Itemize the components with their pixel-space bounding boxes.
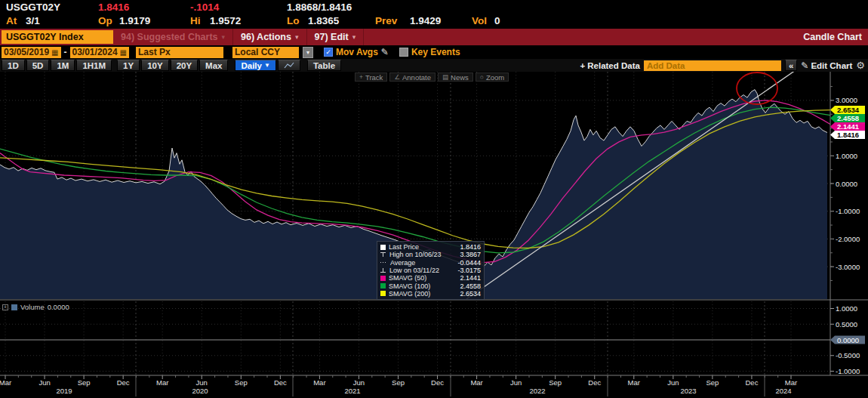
legend-value: -0.0444 bbox=[457, 259, 481, 267]
legend-row: SMAVG (100)2.4558 bbox=[380, 282, 481, 289]
period-button-1d[interactable]: 1D bbox=[2, 60, 25, 71]
legend-value: 1.8416 bbox=[460, 243, 481, 251]
price-field-value: Last Px bbox=[138, 47, 171, 57]
at-value: 3/1 bbox=[26, 15, 40, 26]
menu-suggested-charts-label: 94) Suggested Charts bbox=[121, 32, 218, 42]
x-axis-year-label: 2024 bbox=[775, 387, 791, 395]
badge-value: 0.0000 bbox=[837, 336, 859, 344]
related-data-button[interactable]: + Related Data bbox=[580, 61, 640, 70]
vol-value: 0 bbox=[494, 15, 500, 26]
menu-actions[interactable]: 96) Actions ▾ bbox=[233, 29, 306, 45]
menu-suggested-charts[interactable]: 94) Suggested Charts ▾ bbox=[113, 29, 233, 45]
add-data-input[interactable]: Add Data bbox=[644, 60, 781, 71]
chart-tool-track[interactable]: +Track bbox=[355, 73, 387, 82]
chart-tool-zoom[interactable]: ○Zoom bbox=[476, 73, 509, 82]
high-label: Hi bbox=[190, 15, 201, 26]
period-button-20y[interactable]: 20Y bbox=[171, 60, 198, 71]
x-axis-year-label: 2019 bbox=[56, 387, 72, 395]
x-axis-month-label: Mar bbox=[0, 378, 11, 387]
legend-label: SMAVG (200) bbox=[389, 290, 430, 298]
chart-toolbar-row: 1D5D1M1H1M1Y10Y20YMax Daily ▼ Table + Re… bbox=[0, 59, 868, 72]
legend-row: Low on 03/11/22-3.0175 bbox=[380, 267, 481, 274]
chart-legend-tooltip[interactable]: Last Price1.8416High on 10/06/233.3867Av… bbox=[377, 241, 485, 300]
currency-select[interactable]: Local CCY bbox=[232, 47, 299, 58]
badge-value: 2.1441 bbox=[837, 122, 860, 131]
x-axis-year-label: 2021 bbox=[344, 387, 360, 395]
x-axis-month-label: Dec bbox=[745, 378, 758, 387]
legend-value: -3.0175 bbox=[457, 267, 481, 274]
quote-header: USGGT02Y 1.8416 -.1014 1.8868/1.8416 At … bbox=[0, 0, 868, 29]
bid-ask: 1.8868/1.8416 bbox=[287, 2, 352, 13]
calendar-icon[interactable]: ▦ bbox=[120, 48, 127, 57]
x-axis-month-label: Dec bbox=[588, 378, 601, 387]
gear-icon[interactable]: ⚙ bbox=[856, 60, 865, 71]
high-marker-icon bbox=[380, 251, 386, 258]
currency-dropdown-button[interactable]: ▾ bbox=[303, 47, 313, 58]
frequency-select[interactable]: Daily ▼ bbox=[235, 60, 275, 71]
period-button-10y[interactable]: 10Y bbox=[141, 60, 168, 71]
low-value: 1.8365 bbox=[308, 15, 339, 26]
y-axis-label: 0.0000 bbox=[836, 180, 857, 188]
last-price: 1.8416 bbox=[98, 2, 129, 13]
axis-price-badge: 1.8416 bbox=[830, 131, 865, 139]
x-axis-month-label: Jun bbox=[667, 378, 679, 387]
price-field-input[interactable]: Last Px bbox=[136, 47, 223, 58]
bloomberg-terminal-window: USGGT02Y 1.8416 -.1014 1.8868/1.8416 At … bbox=[0, 0, 868, 398]
line-chart-icon bbox=[284, 62, 294, 69]
x-axis-year-label: 2022 bbox=[529, 387, 545, 395]
chart-type-title: Candle Chart bbox=[803, 32, 862, 42]
chart-tool-annotate[interactable]: ∠Annotate bbox=[389, 73, 436, 82]
pencil-icon[interactable]: ✎ bbox=[381, 47, 389, 57]
legend-value: 2.4558 bbox=[460, 282, 481, 290]
x-axis-month-label: Mar bbox=[785, 378, 797, 387]
menu-edit[interactable]: 97) Edit ▾ bbox=[307, 29, 365, 45]
period-button-1h1m[interactable]: 1H1M bbox=[76, 60, 112, 71]
chart-tool-news[interactable]: ▤News bbox=[438, 73, 473, 82]
collapse-panel-icon[interactable]: + bbox=[2, 304, 8, 310]
period-button-5d[interactable]: 5D bbox=[26, 60, 50, 71]
x-axis-year-label: 2020 bbox=[192, 387, 208, 395]
mov-avgs-label: Mov Avgs bbox=[336, 47, 378, 57]
key-events-checkbox[interactable] bbox=[399, 48, 408, 57]
axis-price-badge: 2.1441 bbox=[830, 122, 865, 131]
axis-price-badge: 2.4558 bbox=[830, 114, 865, 122]
x-axis-month-label: Jun bbox=[353, 378, 365, 387]
chart-float-toolbar: +Track∠Annotate▤News○Zoom bbox=[355, 73, 509, 82]
calendar-icon[interactable]: ▦ bbox=[51, 48, 58, 57]
table-button[interactable]: Table bbox=[307, 60, 341, 71]
collapse-panel-button[interactable]: « bbox=[785, 60, 797, 71]
line-chart-icon-button[interactable] bbox=[278, 60, 300, 71]
period-button-1m[interactable]: 1M bbox=[51, 60, 75, 71]
period-button-1y[interactable]: 1Y bbox=[117, 60, 140, 71]
plus-icon: + bbox=[580, 61, 586, 70]
x-axis-month-label: Sep bbox=[78, 378, 91, 387]
badge-value: 1.8416 bbox=[837, 131, 859, 139]
volume-axis-label: -0.5000 bbox=[836, 351, 860, 359]
period-buttons: 1D5D1M1H1M1Y10Y20YMax bbox=[2, 60, 228, 71]
price-chart[interactable]: 3.00001.00000.0000-1.0000-2.0000-3.00001… bbox=[0, 72, 868, 398]
chevron-down-icon: ▾ bbox=[352, 33, 356, 41]
security-field[interactable]: USGGT02Y Index bbox=[2, 30, 113, 44]
chart-tool-label: News bbox=[451, 73, 469, 82]
y-axis-label: -2.0000 bbox=[836, 235, 860, 243]
x-axis-month-label: Sep bbox=[392, 378, 405, 387]
related-data-label: Related Data bbox=[587, 61, 640, 70]
volume-axis-badge: 0.0000 bbox=[830, 336, 865, 344]
axis-price-badge: 2.6534 bbox=[830, 106, 865, 114]
edit-chart-button[interactable]: ✎ Edit Chart bbox=[801, 60, 852, 71]
chart-region: 3.00001.00000.0000-1.0000-2.0000-3.00001… bbox=[0, 72, 868, 398]
mov-avgs-checkbox[interactable]: ✓ bbox=[324, 48, 333, 57]
chevron-down-icon: ▼ bbox=[264, 62, 270, 69]
date-from-input[interactable]: 03/05/2019 ▦ bbox=[2, 47, 61, 58]
menu-bar: USGGT02Y Index 94) Suggested Charts ▾ 96… bbox=[0, 29, 868, 45]
period-button-max[interactable]: Max bbox=[199, 60, 228, 71]
low-marker-icon bbox=[380, 267, 386, 273]
legend-row: SMAVG (50)2.1441 bbox=[380, 274, 481, 282]
date-to-input[interactable]: 03/01/2024 ▦ bbox=[70, 47, 130, 58]
legend-row: Last Price1.8416 bbox=[380, 243, 481, 251]
x-axis-month-label: Sep bbox=[706, 378, 719, 387]
x-axis-month-label: Dec bbox=[431, 378, 444, 387]
volume-value: 0.0000 bbox=[48, 303, 69, 311]
volume-axis-label: -1.0000 bbox=[836, 367, 860, 375]
legend-value: 2.6534 bbox=[460, 290, 481, 298]
